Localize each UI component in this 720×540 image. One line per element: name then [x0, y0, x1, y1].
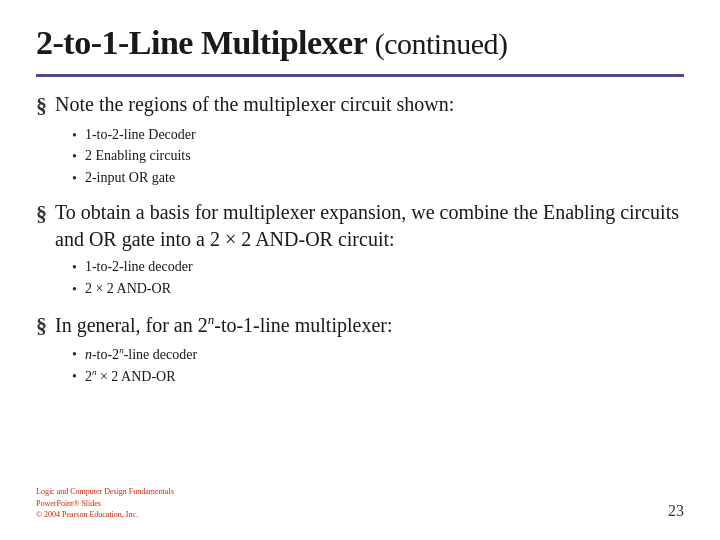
sub-dot-2: • [72, 149, 77, 165]
title-main: 2-to-1-Line Multiplexer [36, 24, 367, 61]
section-general-text: In general, for an 2n-to-1-line multiple… [55, 311, 393, 339]
sub-item-decoder: • 1-to-2-line Decoder [72, 125, 684, 145]
section-note: § Note the regions of the multiplexer ci… [36, 91, 684, 187]
footer-line3: © 2004 Pearson Education, Inc. [36, 509, 174, 520]
section-note-text: Note the regions of the multiplexer circ… [55, 91, 454, 118]
footer-line2: PowerPoint® Slides [36, 498, 174, 509]
sub-text-enabling: 2 Enabling circuits [85, 146, 191, 166]
footer-line1: Logic and Computer Design Fundamentals [36, 486, 174, 497]
title-divider [36, 74, 684, 77]
sub-dot-1: • [72, 128, 77, 144]
sub-dot-3: • [72, 171, 77, 187]
title-sub: (continued) [375, 27, 508, 60]
page-number: 23 [668, 502, 684, 520]
section-note-header: § Note the regions of the multiplexer ci… [36, 91, 684, 121]
sub-dot-4: • [72, 260, 77, 276]
sub-text-n-decoder: n-to-2n-line decoder [85, 344, 197, 364]
sub-item-enabling: • 2 Enabling circuits [72, 146, 684, 166]
section-obtain-header: § To obtain a basis for multiplexer expa… [36, 199, 684, 253]
slide-title: 2-to-1-Line Multiplexer (continued) [36, 24, 684, 62]
section-general-header: § In general, for an 2n-to-1-line multip… [36, 311, 684, 341]
footer-left: Logic and Computer Design Fundamentals P… [36, 486, 174, 520]
sub-text-decoder: 1-to-2-line Decoder [85, 125, 196, 145]
sub-item-n-andor: • 2n × 2 AND-OR [72, 366, 684, 386]
section-obtain-bullet: § [36, 200, 47, 229]
sub-item-andor: • 2 × 2 AND-OR [72, 279, 684, 299]
sub-dot-5: • [72, 282, 77, 298]
sub-dot-7: • [72, 369, 77, 385]
section-note-bullet: § [36, 92, 47, 121]
sub-text-andor: 2 × 2 AND-OR [85, 279, 171, 299]
sub-item-or: • 2-input OR gate [72, 168, 684, 188]
sub-item-decoder2: • 1-to-2-line decoder [72, 257, 684, 277]
slide: 2-to-1-Line Multiplexer (continued) § No… [0, 0, 720, 540]
content-area: § Note the regions of the multiplexer ci… [36, 91, 684, 480]
section-general-subbullets: • n-to-2n-line decoder • 2n × 2 AND-OR [72, 344, 684, 387]
footer: Logic and Computer Design Fundamentals P… [36, 480, 684, 520]
section-obtain-subbullets: • 1-to-2-line decoder • 2 × 2 AND-OR [72, 257, 684, 298]
section-note-subbullets: • 1-to-2-line Decoder • 2 Enabling circu… [72, 125, 684, 188]
title-area: 2-to-1-Line Multiplexer (continued) [36, 24, 684, 62]
section-general: § In general, for an 2n-to-1-line multip… [36, 311, 684, 387]
sub-item-n-decoder: • n-to-2n-line decoder [72, 344, 684, 364]
section-obtain-text: To obtain a basis for multiplexer expans… [55, 199, 684, 253]
section-obtain: § To obtain a basis for multiplexer expa… [36, 199, 684, 298]
sub-dot-6: • [72, 347, 77, 363]
sub-text-decoder2: 1-to-2-line decoder [85, 257, 193, 277]
sub-text-n-andor: 2n × 2 AND-OR [85, 366, 176, 386]
section-general-bullet: § [36, 312, 47, 341]
sub-text-or: 2-input OR gate [85, 168, 175, 188]
